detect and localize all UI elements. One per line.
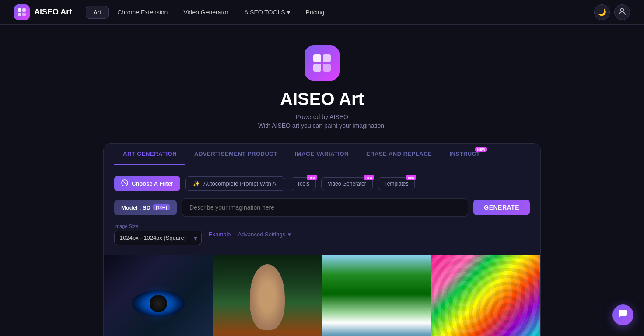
templates-button[interactable]: Templates new [378,177,415,190]
hero-powered-by: Powered by AISEO [296,113,348,120]
nav-actions: 🌙 [594,4,630,20]
templates-new-badge: new [406,175,416,180]
prompt-input[interactable] [182,198,468,217]
nav-link-video-generator[interactable]: Video Generator [176,6,235,18]
gallery-item-2[interactable] [322,256,431,336]
moon-icon: 🌙 [598,8,606,16]
advanced-settings-button[interactable]: Advanced Settings ▾ [238,231,291,238]
example-link[interactable]: Example [209,231,231,238]
hero-logo [304,46,340,80]
hero-title: AISEO Art [280,89,364,109]
nav-links: Art Chrome Extension Video Generator AIS… [86,6,594,19]
tab-advertisement-product[interactable]: ADVERTISEMENT PRODUCT [186,144,286,165]
model-count-badge: [10+] [153,204,170,210]
navbar: AISEO Art Art Chrome Extension Video Gen… [0,0,644,24]
controls-row-1: Choose A Filter ✨ Autocomplete Prompt Wi… [114,176,530,191]
filter-icon [121,179,128,188]
hero-section: AISEO Art Powered by AISEO With AISEO ar… [0,24,644,143]
autocomplete-button[interactable]: ✨ Autocomplete Prompt With AI [186,176,285,191]
nav-link-pricing[interactable]: Pricing [299,6,332,18]
main-card: ART GENERATION ADVERTISEMENT PRODUCT IMA… [103,143,541,336]
tab-erase-and-replace[interactable]: ERASE AND REPLACE [357,144,441,165]
svg-rect-1 [22,8,26,12]
hero-description: With AISEO art you can paint your imagin… [258,122,386,129]
gallery-item-3[interactable] [431,256,541,336]
svg-rect-8 [323,64,331,72]
video-gen-new-badge: new [364,175,374,180]
model-select-button[interactable]: Model : SD [10+] [114,200,177,215]
svg-rect-3 [22,13,26,16]
logo[interactable]: AISEO Art [14,4,72,20]
svg-rect-5 [313,54,321,62]
prompt-row: Model : SD [10+] GENERATE [114,198,530,217]
nav-link-art[interactable]: Art [86,6,108,19]
image-size-label: Image Size [114,224,202,229]
image-size-select-container: 512px - 512px (Small) 768px - 768px (Med… [114,231,202,245]
gallery-item-1[interactable] [213,256,322,336]
chevron-down-icon: ▾ [287,9,290,16]
chat-bubble-button[interactable] [612,304,634,326]
logo-icon [14,4,30,20]
tab-image-variation[interactable]: IMAGE VARIATION [286,144,357,165]
svg-rect-7 [313,64,321,72]
video-generator-button[interactable]: Video Generator new [321,177,373,190]
nav-link-aiseo-tools[interactable]: AISEO TOOLS ▾ [237,6,297,18]
user-icon [618,7,626,17]
svg-point-4 [620,8,624,12]
user-account-button[interactable] [614,4,630,20]
tab-instruct[interactable]: INSTRUCT NEW [441,144,489,165]
logo-text: AISEO Art [34,7,72,17]
instruct-new-badge: NEW [475,147,487,152]
image-size-select-wrap: Image Size 512px - 512px (Small) 768px -… [114,224,202,245]
chevron-down-icon: ▾ [288,231,291,238]
gallery [104,256,540,336]
tabs-bar: ART GENERATION ADVERTISEMENT PRODUCT IMA… [104,144,540,165]
nav-link-chrome-extension[interactable]: Chrome Extension [110,6,175,18]
controls-area: Choose A Filter ✨ Autocomplete Prompt Wi… [104,165,540,256]
options-row: Image Size 512px - 512px (Small) 768px -… [114,224,530,245]
tools-button[interactable]: Tools new [290,177,316,190]
chat-icon [618,308,628,322]
svg-rect-2 [18,13,21,16]
generate-button[interactable]: GENERATE [473,200,530,215]
gallery-item-0[interactable] [104,256,213,336]
tools-new-badge: new [307,175,317,180]
image-size-select[interactable]: 512px - 512px (Small) 768px - 768px (Med… [114,231,202,245]
sparkle-icon: ✨ [193,180,200,187]
choose-filter-button[interactable]: Choose A Filter [114,176,180,191]
dark-mode-button[interactable]: 🌙 [594,4,610,20]
svg-rect-6 [323,54,331,62]
svg-line-10 [123,181,126,185]
tab-art-generation[interactable]: ART GENERATION [114,144,186,165]
svg-rect-0 [18,8,21,12]
